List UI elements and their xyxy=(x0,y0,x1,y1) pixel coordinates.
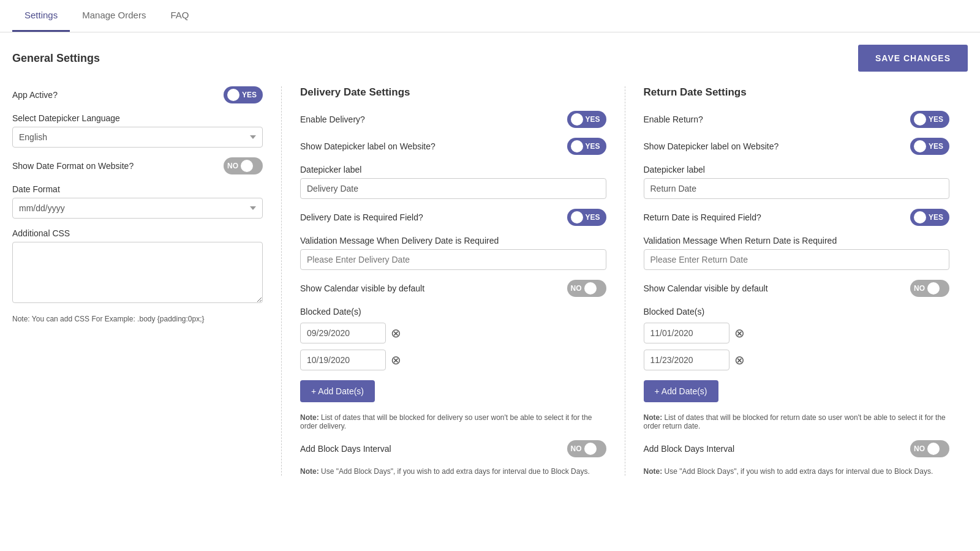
delivery-section-title: Delivery Date Settings xyxy=(300,86,606,99)
datepicker-language-label: Select Datepicker Language xyxy=(12,113,263,123)
return-block-days-label: Add Block Days Interval xyxy=(644,444,735,454)
toggle-dot xyxy=(227,89,239,101)
delivery-blocked-date-input-1[interactable] xyxy=(300,350,386,370)
return-calendar-visible-toggle[interactable]: NO xyxy=(910,280,949,297)
toggle-label: YES xyxy=(929,213,943,222)
return-blocked-date-input-0[interactable] xyxy=(644,323,729,343)
general-settings-column: App Active? YES Select Datepicker Langua… xyxy=(12,86,282,476)
return-show-label-label: Show Datepicker label on Website? xyxy=(644,141,779,151)
delivery-blocked-dates-label: Blocked Date(s) xyxy=(300,307,606,317)
nav-tab-manage-orders[interactable]: Manage Orders xyxy=(70,0,158,32)
delivery-block-days-note-text: Use "Add Block Days", if you wish to add… xyxy=(321,467,590,476)
app-active-label: App Active? xyxy=(12,90,58,100)
delivery-block-days-row: Add Block Days Interval NO xyxy=(300,440,606,457)
return-blocked-date-row-0: ⊗ xyxy=(644,323,950,343)
delivery-enable-row: Enable Delivery? YES xyxy=(300,111,606,128)
delivery-show-label-toggle[interactable]: YES xyxy=(567,138,606,155)
return-validation-label: Validation Message When Return Date is R… xyxy=(644,236,950,246)
save-changes-button[interactable]: SAVE CHANGES xyxy=(858,45,968,72)
css-note: Note: You can add CSS For Example: .body… xyxy=(12,315,263,323)
delivery-remove-date-icon-0[interactable]: ⊗ xyxy=(391,327,401,339)
delivery-show-label-row: Show Datepicker label on Website? YES xyxy=(300,138,606,155)
delivery-enable-label: Enable Delivery? xyxy=(300,114,365,124)
return-blocked-dates-label: Blocked Date(s) xyxy=(644,307,950,317)
toggle-label: NO xyxy=(571,284,582,293)
additional-css-textarea[interactable] xyxy=(12,242,263,303)
delivery-block-days-toggle[interactable]: NO xyxy=(567,440,606,457)
toggle-label: NO xyxy=(914,444,925,453)
delivery-required-label: Delivery Date is Required Field? xyxy=(300,212,423,222)
nav-tab-settings[interactable]: Settings xyxy=(12,0,70,32)
toggle-dot xyxy=(584,282,597,294)
return-validation-group: Validation Message When Return Date is R… xyxy=(644,236,950,270)
delivery-datepicker-label-group: Datepicker label xyxy=(300,165,606,199)
nav-tab-faq[interactable]: FAQ xyxy=(158,0,201,32)
date-format-group: Date Format mm/dd/yyyy xyxy=(12,184,263,219)
return-datepicker-label-input[interactable] xyxy=(644,178,950,199)
return-datepicker-label-group: Datepicker label xyxy=(644,165,950,199)
delivery-add-dates-button[interactable]: + Add Date(s) xyxy=(300,380,375,402)
return-calendar-visible-label: Show Calendar visible by default xyxy=(644,283,768,293)
delivery-blocked-date-input-0[interactable] xyxy=(300,323,386,343)
return-validation-input[interactable] xyxy=(644,249,950,270)
delivery-remove-date-icon-1[interactable]: ⊗ xyxy=(391,354,401,366)
return-remove-date-icon-1[interactable]: ⊗ xyxy=(734,354,745,366)
return-remove-date-icon-0[interactable]: ⊗ xyxy=(734,327,745,339)
return-show-label-toggle[interactable]: YES xyxy=(910,138,949,155)
return-add-dates-button[interactable]: + Add Date(s) xyxy=(644,380,718,402)
toggle-label: NO xyxy=(227,162,238,170)
toggle-dot xyxy=(571,113,583,126)
return-section-title: Return Date Settings xyxy=(644,86,950,99)
additional-css-label: Additional CSS xyxy=(12,228,263,238)
return-settings-column: Return Date Settings Enable Return? YES … xyxy=(625,86,968,476)
app-active-toggle[interactable]: YES xyxy=(224,86,263,103)
return-calendar-visible-row: Show Calendar visible by default NO xyxy=(644,280,950,297)
datepicker-language-group: Select Datepicker Language English xyxy=(12,113,263,148)
toggle-label: YES xyxy=(586,115,600,124)
toggle-label: YES xyxy=(929,115,943,124)
show-date-format-toggle[interactable]: NO xyxy=(224,157,263,174)
delivery-calendar-visible-label: Show Calendar visible by default xyxy=(300,283,424,293)
delivery-validation-input[interactable] xyxy=(300,249,606,270)
delivery-blocked-dates-section: ⊗ ⊗ xyxy=(300,323,606,370)
delivery-datepicker-label-label: Datepicker label xyxy=(300,165,606,174)
page-header: General Settings SAVE CHANGES xyxy=(12,45,968,72)
return-blocked-dates-section: ⊗ ⊗ xyxy=(644,323,950,370)
toggle-label: YES xyxy=(929,142,943,151)
return-blocked-note-text: List of dates that will be blocked for r… xyxy=(644,413,946,430)
app-active-row: App Active? YES xyxy=(12,86,263,103)
delivery-enable-toggle[interactable]: YES xyxy=(567,111,606,128)
delivery-settings-column: Delivery Date Settings Enable Delivery? … xyxy=(282,86,625,476)
date-format-select[interactable]: mm/dd/yyyy xyxy=(12,198,263,219)
top-nav: Settings Manage Orders FAQ xyxy=(0,0,980,32)
delivery-blocked-note-text: List of dates that will be blocked for d… xyxy=(300,413,592,430)
delivery-show-label-label: Show Datepicker label on Website? xyxy=(300,141,435,151)
delivery-block-days-label: Add Block Days Interval xyxy=(300,444,391,454)
toggle-dot xyxy=(571,140,583,152)
toggle-label: NO xyxy=(914,284,925,293)
datepicker-language-select[interactable]: English xyxy=(12,127,263,148)
return-required-toggle[interactable]: YES xyxy=(910,209,949,226)
delivery-datepicker-label-input[interactable] xyxy=(300,178,606,199)
delivery-calendar-visible-toggle[interactable]: NO xyxy=(567,280,606,297)
return-blocked-note: Note: List of dates that will be blocked… xyxy=(644,413,950,430)
toggle-dot xyxy=(571,211,583,223)
return-block-days-row: Add Block Days Interval NO xyxy=(644,440,950,457)
page: General Settings SAVE CHANGES App Active… xyxy=(0,32,980,551)
return-show-label-row: Show Datepicker label on Website? YES xyxy=(644,138,950,155)
toggle-label: YES xyxy=(586,213,600,222)
delivery-blocked-note: Note: List of dates that will be blocked… xyxy=(300,413,606,430)
show-date-format-row: Show Date Format on Website? NO xyxy=(12,157,263,174)
delivery-validation-label: Validation Message When Delivery Date is… xyxy=(300,236,606,246)
return-blocked-date-input-1[interactable] xyxy=(644,350,729,370)
return-block-days-note-text: Use "Add Block Days", if you wish to add… xyxy=(665,467,933,476)
toggle-label: NO xyxy=(571,444,582,453)
delivery-block-days-note: Note: Use "Add Block Days", if you wish … xyxy=(300,467,606,476)
return-block-days-toggle[interactable]: NO xyxy=(910,440,949,457)
return-enable-toggle[interactable]: YES xyxy=(910,111,949,128)
date-format-label: Date Format xyxy=(12,184,263,194)
delivery-blocked-date-row-1: ⊗ xyxy=(300,350,606,370)
delivery-required-toggle[interactable]: YES xyxy=(567,209,606,226)
toggle-label: YES xyxy=(586,142,600,151)
toggle-dot xyxy=(584,443,597,455)
